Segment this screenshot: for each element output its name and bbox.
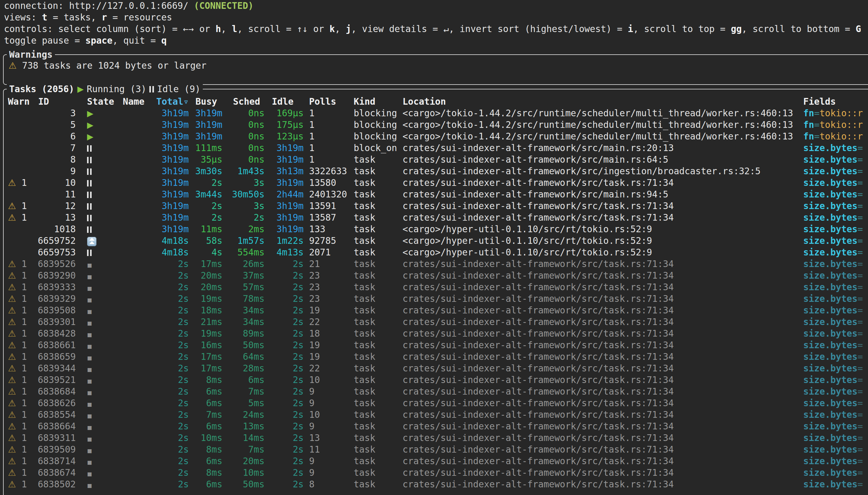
cell-idle: 2s xyxy=(260,374,304,386)
cell-busy: 19ms xyxy=(183,328,222,339)
task-row[interactable]: ⚠ 1133h19m2s2s3h19m13587taskcrates/sui-i… xyxy=(4,212,868,223)
field-equals: = xyxy=(857,386,863,397)
cell-warn xyxy=(8,131,26,142)
task-row[interactable]: 83h19m35µs0ns3h19m1taskcrates/sui-indexe… xyxy=(4,154,868,166)
warn-count: 1 xyxy=(16,305,27,315)
cell-location: crates/sui-indexer-alt-framework/src/tas… xyxy=(403,212,800,223)
cell-location: crates/sui-indexer-alt-framework/src/tas… xyxy=(403,432,800,444)
warning-icon: ⚠ xyxy=(8,212,16,223)
task-row[interactable]: 113h19m3m44s30m50s2h44m2401320taskcrates… xyxy=(4,189,868,200)
task-row[interactable]: ⚠ 16838664■2s6ms13ms2s9taskcrates/sui-in… xyxy=(4,421,868,432)
task-row[interactable]: ⚠ 16838659■2s17ms64ms2s19taskcrates/sui-… xyxy=(4,351,868,362)
cell-busy: 20ms xyxy=(183,270,222,281)
column-header-busy[interactable]: Busy xyxy=(196,96,217,107)
task-row[interactable]: ⚠ 16838674■2s8ms10ms2s9taskcrates/sui-in… xyxy=(4,467,868,479)
column-header-state[interactable]: State xyxy=(87,96,118,107)
task-row[interactable]: ⚠ 1123h19m2s3s3h19m13591taskcrates/sui-i… xyxy=(4,200,868,212)
text-segment: t xyxy=(42,12,47,22)
column-header-name[interactable]: Name xyxy=(123,96,147,107)
cell-warn: ⚠ 1 xyxy=(8,177,26,189)
task-row[interactable]: 6▶3h19m3h19m0ns123µs1blocking<cargo>/tok… xyxy=(4,131,868,142)
cell-id: 13 xyxy=(27,212,76,223)
cell-polls: 9 xyxy=(309,455,352,467)
column-header-id[interactable]: ID xyxy=(38,96,49,107)
task-row[interactable]: ⚠ 16839509■2s8ms7ms2s11taskcrates/sui-in… xyxy=(4,444,868,455)
cell-idle: 123µs xyxy=(260,131,304,142)
column-header-sched[interactable]: Sched xyxy=(233,96,260,107)
cell-busy: 3h19m xyxy=(183,107,222,119)
text-segment: l xyxy=(232,24,237,34)
warning-icon: ⚠ xyxy=(8,294,16,304)
column-header-idle[interactable]: Idle xyxy=(272,96,294,107)
task-row[interactable]: ⚠ 1103h19m2s3s3h19m13580taskcrates/sui-i… xyxy=(4,177,868,189)
task-row[interactable]: ⚠ 16839526■2s17ms26ms2s21taskcrates/sui-… xyxy=(4,258,868,270)
column-header-location[interactable]: Location xyxy=(403,96,800,107)
warning-icon: ⚠ xyxy=(8,467,16,478)
column-header-total[interactable]: Total▿ xyxy=(149,96,189,107)
cell-busy: 17ms xyxy=(183,351,222,362)
cell-sched: 34ms xyxy=(221,316,265,328)
column-header-warn[interactable]: Warn xyxy=(8,96,26,107)
cell-busy: 2s xyxy=(183,177,222,189)
warning-icon: ⚠ xyxy=(8,444,16,455)
completed-icon: ■ xyxy=(87,366,92,373)
field-equals: = xyxy=(857,317,863,327)
task-row[interactable]: 73h19m111ms0ns3h19m1block_oncrates/sui-i… xyxy=(4,142,868,154)
running-icon: ▶ xyxy=(87,120,94,130)
cell-id: 6838674 xyxy=(27,467,76,479)
cell-location: crates/sui-indexer-alt-framework/src/tas… xyxy=(403,316,800,328)
column-header-fields[interactable]: Fields xyxy=(803,96,868,107)
cell-warn: ⚠ 1 xyxy=(8,444,26,455)
cell-idle: 2s xyxy=(260,305,304,316)
task-row[interactable]: 10183h19m11ms2ms3h19m133task<cargo>/hype… xyxy=(4,223,868,235)
task-row[interactable]: ⚠ 16839521■2s8ms6ms2s10taskcrates/sui-in… xyxy=(4,374,868,386)
task-row[interactable]: ⚠ 16838714■2s6ms20ms2s9taskcrates/sui-in… xyxy=(4,455,868,467)
task-row[interactable]: ⚠ 16839301■2s21ms34ms2s22taskcrates/sui-… xyxy=(4,316,868,328)
completed-icon: ■ xyxy=(87,413,92,419)
task-row[interactable]: ⚠ 16839333■2s20ms57ms2s23taskcrates/sui-… xyxy=(4,281,868,293)
cell-state: ■ xyxy=(87,421,118,432)
task-row[interactable]: 3▶3h19m3h19m0ns169µs1blocking<cargo>/tok… xyxy=(4,107,868,119)
task-row[interactable]: ⚠ 16838661■2s16ms50ms2s19taskcrates/sui-… xyxy=(4,339,868,351)
cell-fields: size.bytes= xyxy=(803,223,868,235)
cell-id: 6839344 xyxy=(27,362,76,374)
task-row[interactable]: 5▶3h19m3h19m0ns175µs1blocking<cargo>/tok… xyxy=(4,119,868,131)
task-row[interactable]: ⚠ 16839508■2s18ms34ms2s19taskcrates/sui-… xyxy=(4,305,868,316)
cell-busy: 58s xyxy=(183,235,222,246)
task-row[interactable]: ⚠ 16838502■2s6ms50ms2s8taskcrates/sui-in… xyxy=(4,479,868,490)
field-equals: = xyxy=(857,479,863,490)
task-row[interactable]: 66597524m18s58s1m57s1m22s92785task<cargo… xyxy=(4,235,868,246)
task-row[interactable]: ⚠ 16838684■2s6ms7ms2s9taskcrates/sui-ind… xyxy=(4,386,868,397)
field-equals: = xyxy=(857,352,863,362)
cell-id: 6839311 xyxy=(27,432,76,444)
cell-idle: 2s xyxy=(260,258,304,270)
task-row[interactable]: ⚠ 16839311■2s10ms14ms2s13taskcrates/sui-… xyxy=(4,432,868,444)
cell-busy: 35µs xyxy=(183,154,222,166)
field-name: size.bytes xyxy=(803,154,857,165)
task-row[interactable]: ⚠ 16839290■2s20ms37ms2s23taskcrates/sui-… xyxy=(4,270,868,281)
task-row[interactable]: ⚠ 16838554■2s7ms24ms2s10taskcrates/sui-i… xyxy=(4,409,868,421)
cell-location: crates/sui-indexer-alt-framework/src/tas… xyxy=(403,467,800,479)
cell-idle: 3h19m xyxy=(260,200,304,212)
warn-count: 1 xyxy=(16,177,27,188)
column-header-polls[interactable]: Polls xyxy=(309,96,352,107)
task-row[interactable]: ⚠ 16838626■2s6ms5ms2s9taskcrates/sui-ind… xyxy=(4,397,868,409)
task-row[interactable]: ⚠ 16838428■2s19ms89ms2s18taskcrates/sui-… xyxy=(4,328,868,339)
pause-icon xyxy=(87,157,91,163)
cell-idle: 2s xyxy=(260,409,304,421)
cell-kind: task xyxy=(354,212,400,223)
cell-id: 6659752 xyxy=(27,235,76,246)
task-row[interactable]: 66597534m18s4s554ms4m13s2071task<cargo>/… xyxy=(4,246,868,258)
cell-state: ▶ xyxy=(87,107,118,119)
column-header-kind[interactable]: Kind xyxy=(354,96,400,107)
cell-warn: ⚠ 1 xyxy=(8,270,26,281)
text-segment: , xyxy=(335,24,346,34)
field-name: size.bytes xyxy=(803,467,857,478)
task-row[interactable]: ⚠ 16839329■2s19ms78ms2s23taskcrates/sui-… xyxy=(4,293,868,305)
cell-busy: 16ms xyxy=(183,339,222,351)
cell-warn: ⚠ 1 xyxy=(8,281,26,293)
warnings-panel: Warnings ⚠ 738 tasks are 1024 bytes or l… xyxy=(3,54,868,85)
task-row[interactable]: ⚠ 16839344■2s17ms28ms2s22taskcrates/sui-… xyxy=(4,362,868,374)
field-equals: = xyxy=(814,131,820,142)
task-row[interactable]: 93h19m3m30s1m43s3h13m3322633taskcrates/s… xyxy=(4,166,868,177)
